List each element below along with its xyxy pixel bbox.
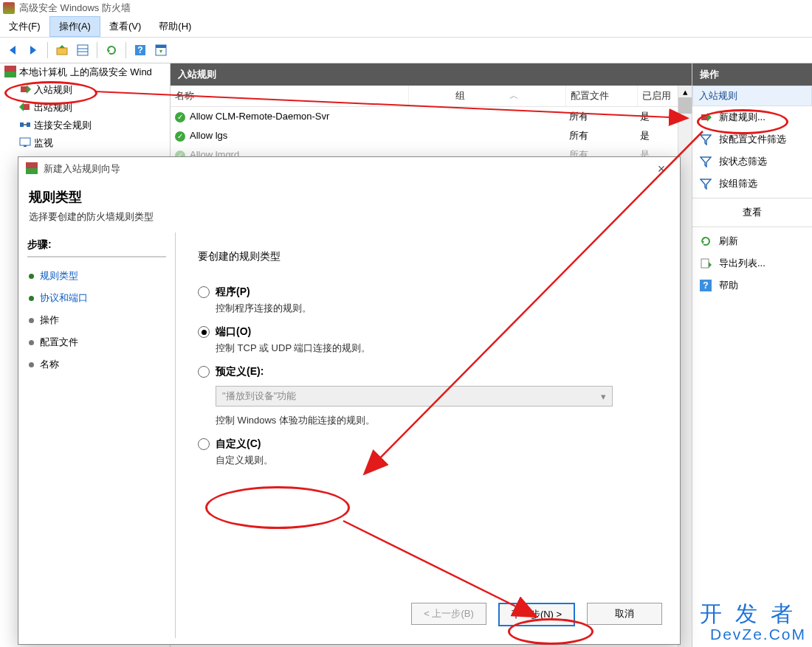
svg-line-37 [94, 91, 687, 118]
annotation-arrows [0, 0, 812, 647]
watermark-line2: DevZe.CoM [700, 626, 806, 643]
svg-line-38 [365, 131, 703, 473]
svg-line-39 [343, 521, 535, 616]
watermark-line1: 开发者 [700, 601, 806, 626]
watermark: 开发者 DevZe.CoM [700, 601, 806, 643]
